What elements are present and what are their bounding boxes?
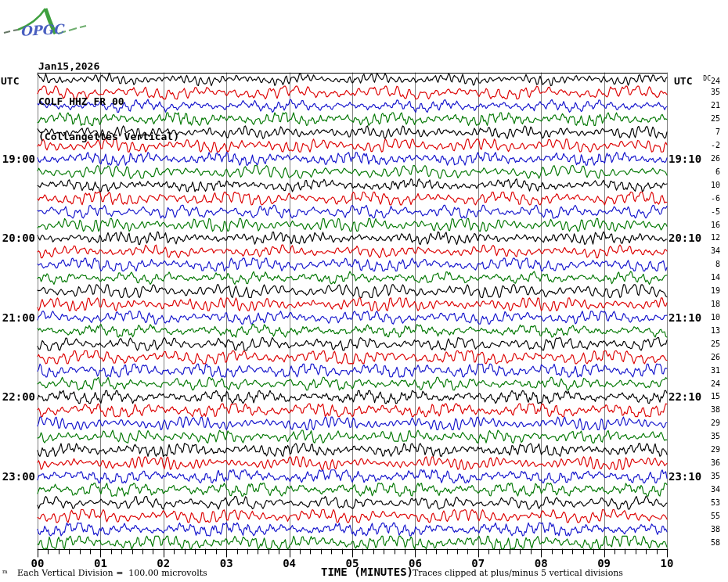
dc-value: 10	[711, 181, 720, 189]
dc-value-label: 55	[672, 512, 720, 520]
header-station: COLF HHZ FR 00	[38, 95, 179, 107]
dc-value-label: 10	[672, 181, 720, 189]
dc-value-label: -2	[672, 142, 720, 149]
footer-clip-note: Traces clipped at plus/minus 5 vertical …	[413, 568, 623, 578]
dc-value: 16	[711, 221, 720, 229]
dc-value: 53	[711, 498, 720, 507]
dc-value: 19	[711, 286, 720, 295]
dc-value-label: 24	[672, 380, 720, 388]
dc-value: 55	[711, 512, 720, 520]
dc-value: 25	[711, 340, 720, 348]
dc-value-label: 38	[672, 406, 720, 414]
dc-value: 58	[711, 538, 720, 547]
dc-value: 35	[711, 432, 720, 440]
dc-value: 24	[711, 77, 720, 85]
dc-value-label: 25	[672, 115, 720, 123]
dc-value: 29	[711, 419, 720, 427]
dc-value: 12	[711, 233, 720, 242]
dc-value-label: 29	[672, 446, 720, 454]
dc-value: 36	[711, 458, 720, 467]
header-description: (Collangettes Vertical)	[38, 131, 179, 142]
dc-value-label: -6	[672, 195, 720, 203]
dc-value-label: 16	[672, 221, 720, 229]
dc-value: 26	[711, 353, 720, 361]
dc-value-label: 34	[672, 247, 720, 255]
dc-value: 35	[711, 88, 720, 96]
footer-scale-note: Each Vertical Division = 100.00 microvol…	[17, 568, 207, 578]
dc-value-label: 58	[672, 539, 720, 547]
dc-value: -5	[711, 207, 720, 216]
dc-value: 34	[711, 246, 720, 255]
dc-value-label: 53	[672, 499, 720, 507]
hour-label-left: 20:00	[0, 232, 35, 243]
opgc-logo: OPGC	[2, 2, 89, 41]
dc-value: 29	[711, 445, 720, 454]
hour-label-left: 23:00	[0, 471, 35, 482]
dc-value-label: 6	[672, 168, 720, 176]
logo-dash-left	[4, 30, 18, 33]
dc-value: 7	[715, 128, 720, 136]
x-tick-label: 03	[220, 557, 233, 569]
dc-value: 21	[711, 101, 720, 110]
helicorder-page: OPGC Jan15,2026 COLF HHZ FR 00 (Collange…	[0, 0, 728, 582]
dc-value-label: -5	[672, 208, 720, 216]
dc-value: 24	[711, 379, 720, 388]
dc-value: 8	[715, 260, 720, 268]
dc-value: 31	[711, 366, 720, 375]
footer-corner-mark: m	[2, 569, 8, 575]
dc-value: 25	[711, 114, 720, 123]
dc-column-header: DC	[703, 75, 711, 82]
dc-value: 35	[711, 472, 720, 480]
dc-value-label: DC24	[672, 75, 720, 85]
dc-value-label: 36	[672, 459, 720, 467]
dc-value-label: 8	[672, 260, 720, 268]
dc-value-label: 31	[672, 367, 720, 375]
dc-value: 26	[711, 154, 720, 163]
dc-value: -2	[711, 141, 720, 149]
dc-value: 13	[711, 326, 720, 335]
dc-value: 34	[711, 485, 720, 494]
dc-value-label: 15	[672, 393, 720, 401]
dc-value: -6	[711, 194, 720, 203]
dc-value: 6	[715, 167, 720, 176]
utc-label-left: UTC	[1, 75, 19, 87]
header-date: Jan15,2026	[38, 60, 179, 72]
dc-value-label: 10	[672, 314, 720, 322]
dc-value: 18	[711, 300, 720, 308]
dc-value-label: 35	[672, 433, 720, 440]
dc-value-label: 26	[672, 155, 720, 163]
dc-value-label: 18	[672, 300, 720, 308]
dc-value-label: 26	[672, 354, 720, 361]
hour-label-left: 21:00	[0, 312, 35, 323]
dc-value-label: 34	[672, 486, 720, 494]
x-tick-label: 04	[283, 557, 296, 569]
dc-value: 14	[711, 273, 720, 282]
dc-value-label: 14	[672, 274, 720, 282]
dc-value-label: 19	[672, 287, 720, 295]
dc-value-label: 13	[672, 327, 720, 335]
dc-value-label: 35	[672, 472, 720, 480]
dc-value-label: 21	[672, 102, 720, 110]
x-tick-label: 10	[661, 557, 674, 569]
dc-value: 38	[711, 525, 720, 534]
dc-value-label: 25	[672, 340, 720, 348]
plot-header: Jan15,2026 COLF HHZ FR 00 (Collangettes …	[38, 37, 179, 166]
x-axis-title: TIME (MINUTES)	[321, 566, 413, 578]
dc-value-label: 29	[672, 419, 720, 427]
dc-value: 15	[711, 392, 720, 401]
dc-value-label: 12	[672, 234, 720, 242]
dc-value-label: 35	[672, 88, 720, 96]
dc-value-label: 38	[672, 526, 720, 534]
hour-label-left: 22:00	[0, 391, 35, 402]
hour-label-left: 19:00	[0, 153, 35, 164]
dc-value: 38	[711, 405, 720, 414]
dc-value-label: 7	[672, 128, 720, 136]
dc-value: 10	[711, 313, 720, 322]
